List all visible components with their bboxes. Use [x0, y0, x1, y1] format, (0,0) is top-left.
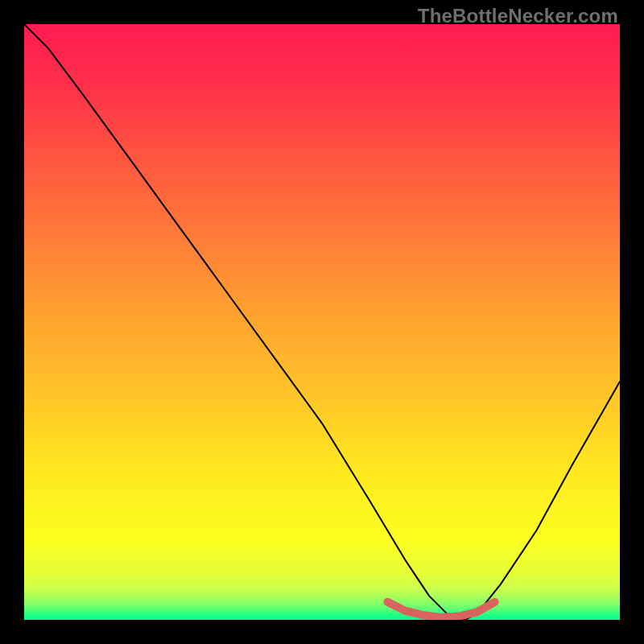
plot-area: [24, 24, 620, 620]
valley-marker: [387, 602, 494, 617]
curve-svg: [24, 24, 620, 620]
chart-frame: TheBottleNecker.com: [0, 0, 644, 644]
bottleneck-curve: [24, 24, 620, 620]
